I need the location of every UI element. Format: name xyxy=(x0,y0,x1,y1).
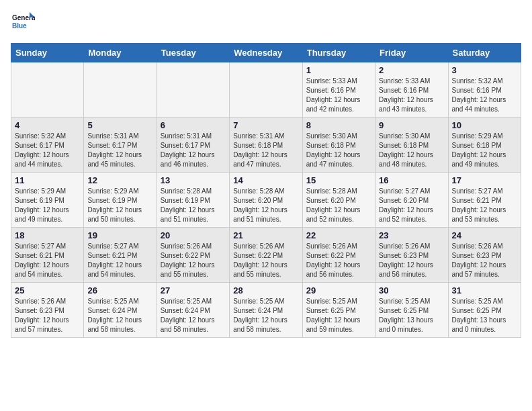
day-info: Sunrise: 5:25 AM Sunset: 6:25 PM Dayligh… xyxy=(306,297,371,334)
day-number: 22 xyxy=(306,230,371,240)
column-header-friday: Friday xyxy=(375,44,448,62)
day-info: Sunrise: 5:33 AM Sunset: 6:16 PM Dayligh… xyxy=(306,77,371,114)
calendar-cell xyxy=(84,62,157,118)
day-number: 23 xyxy=(379,230,444,240)
day-number: 31 xyxy=(452,285,517,295)
logo: General Blue xyxy=(11,11,35,35)
calendar-cell xyxy=(230,62,302,118)
day-number: 21 xyxy=(233,230,298,240)
column-header-saturday: Saturday xyxy=(448,44,521,62)
day-number: 19 xyxy=(87,230,152,240)
calendar-cell: 25Sunrise: 5:26 AM Sunset: 6:23 PM Dayli… xyxy=(11,283,84,338)
day-number: 10 xyxy=(452,120,517,130)
calendar-cell xyxy=(11,62,84,118)
day-number: 3 xyxy=(452,65,517,75)
day-info: Sunrise: 5:29 AM Sunset: 6:18 PM Dayligh… xyxy=(452,132,517,169)
calendar-cell: 9Sunrise: 5:30 AM Sunset: 6:18 PM Daylig… xyxy=(375,118,448,173)
calendar-cell: 8Sunrise: 5:30 AM Sunset: 6:18 PM Daylig… xyxy=(302,118,375,173)
calendar-cell: 30Sunrise: 5:25 AM Sunset: 6:25 PM Dayli… xyxy=(375,283,448,338)
day-number: 2 xyxy=(379,65,444,75)
calendar-cell: 1Sunrise: 5:33 AM Sunset: 6:16 PM Daylig… xyxy=(302,62,375,118)
day-info: Sunrise: 5:27 AM Sunset: 6:21 PM Dayligh… xyxy=(87,242,152,279)
column-header-sunday: Sunday xyxy=(11,44,84,62)
day-info: Sunrise: 5:28 AM Sunset: 6:20 PM Dayligh… xyxy=(233,187,298,224)
day-number: 29 xyxy=(306,285,371,295)
day-info: Sunrise: 5:30 AM Sunset: 6:18 PM Dayligh… xyxy=(379,132,444,169)
day-number: 30 xyxy=(379,285,444,295)
calendar-cell xyxy=(157,62,229,118)
logo-container: General Blue xyxy=(11,11,35,35)
calendar-cell: 23Sunrise: 5:26 AM Sunset: 6:23 PM Dayli… xyxy=(375,228,448,283)
day-info: Sunrise: 5:25 AM Sunset: 6:24 PM Dayligh… xyxy=(233,297,298,334)
day-number: 25 xyxy=(15,285,80,295)
day-info: Sunrise: 5:32 AM Sunset: 6:16 PM Dayligh… xyxy=(452,77,517,114)
page-header: General Blue xyxy=(11,11,521,35)
day-number: 26 xyxy=(87,285,152,295)
day-info: Sunrise: 5:25 AM Sunset: 6:25 PM Dayligh… xyxy=(452,297,517,334)
calendar-cell: 11Sunrise: 5:29 AM Sunset: 6:19 PM Dayli… xyxy=(11,173,84,228)
day-number: 9 xyxy=(379,120,444,130)
day-info: Sunrise: 5:31 AM Sunset: 6:18 PM Dayligh… xyxy=(233,132,298,169)
day-number: 6 xyxy=(161,120,226,130)
calendar-cell: 5Sunrise: 5:31 AM Sunset: 6:17 PM Daylig… xyxy=(84,118,157,173)
day-number: 18 xyxy=(15,230,80,240)
calendar-header-row: SundayMondayTuesdayWednesdayThursdayFrid… xyxy=(11,44,521,62)
calendar-cell: 20Sunrise: 5:26 AM Sunset: 6:22 PM Dayli… xyxy=(157,228,229,283)
calendar-week-row: 11Sunrise: 5:29 AM Sunset: 6:19 PM Dayli… xyxy=(11,173,521,228)
calendar-cell: 24Sunrise: 5:26 AM Sunset: 6:23 PM Dayli… xyxy=(448,228,521,283)
day-info: Sunrise: 5:25 AM Sunset: 6:25 PM Dayligh… xyxy=(379,297,444,334)
day-number: 16 xyxy=(379,175,444,185)
calendar-cell: 18Sunrise: 5:27 AM Sunset: 6:21 PM Dayli… xyxy=(11,228,84,283)
day-info: Sunrise: 5:26 AM Sunset: 6:23 PM Dayligh… xyxy=(379,242,444,279)
day-info: Sunrise: 5:27 AM Sunset: 6:21 PM Dayligh… xyxy=(15,242,80,279)
calendar-cell: 15Sunrise: 5:28 AM Sunset: 6:20 PM Dayli… xyxy=(302,173,375,228)
svg-text:Blue: Blue xyxy=(12,22,27,30)
day-number: 1 xyxy=(306,65,371,75)
day-info: Sunrise: 5:26 AM Sunset: 6:22 PM Dayligh… xyxy=(161,242,226,279)
day-number: 12 xyxy=(87,175,152,185)
calendar-cell: 2Sunrise: 5:33 AM Sunset: 6:16 PM Daylig… xyxy=(375,62,448,118)
calendar-cell: 14Sunrise: 5:28 AM Sunset: 6:20 PM Dayli… xyxy=(230,173,302,228)
day-info: Sunrise: 5:31 AM Sunset: 6:17 PM Dayligh… xyxy=(161,132,226,169)
column-header-monday: Monday xyxy=(84,44,157,62)
calendar-cell: 26Sunrise: 5:25 AM Sunset: 6:24 PM Dayli… xyxy=(84,283,157,338)
column-header-thursday: Thursday xyxy=(302,44,375,62)
calendar-cell: 12Sunrise: 5:29 AM Sunset: 6:19 PM Dayli… xyxy=(84,173,157,228)
day-number: 20 xyxy=(161,230,226,240)
calendar-cell: 3Sunrise: 5:32 AM Sunset: 6:16 PM Daylig… xyxy=(448,62,521,118)
day-number: 28 xyxy=(233,285,298,295)
calendar-cell: 4Sunrise: 5:32 AM Sunset: 6:17 PM Daylig… xyxy=(11,118,84,173)
calendar-week-row: 25Sunrise: 5:26 AM Sunset: 6:23 PM Dayli… xyxy=(11,283,521,338)
day-info: Sunrise: 5:29 AM Sunset: 6:19 PM Dayligh… xyxy=(15,187,80,224)
day-info: Sunrise: 5:31 AM Sunset: 6:17 PM Dayligh… xyxy=(87,132,152,169)
calendar-week-row: 18Sunrise: 5:27 AM Sunset: 6:21 PM Dayli… xyxy=(11,228,521,283)
logo-graphic: General Blue xyxy=(11,11,35,35)
day-number: 7 xyxy=(233,120,298,130)
day-number: 24 xyxy=(452,230,517,240)
calendar-cell: 16Sunrise: 5:27 AM Sunset: 6:20 PM Dayli… xyxy=(375,173,448,228)
calendar-cell: 19Sunrise: 5:27 AM Sunset: 6:21 PM Dayli… xyxy=(84,228,157,283)
calendar-cell: 22Sunrise: 5:26 AM Sunset: 6:22 PM Dayli… xyxy=(302,228,375,283)
day-number: 4 xyxy=(15,120,80,130)
day-info: Sunrise: 5:25 AM Sunset: 6:24 PM Dayligh… xyxy=(161,297,226,334)
calendar-cell: 6Sunrise: 5:31 AM Sunset: 6:17 PM Daylig… xyxy=(157,118,229,173)
day-info: Sunrise: 5:30 AM Sunset: 6:18 PM Dayligh… xyxy=(306,132,371,169)
day-number: 27 xyxy=(161,285,226,295)
day-number: 15 xyxy=(306,175,371,185)
calendar-week-row: 4Sunrise: 5:32 AM Sunset: 6:17 PM Daylig… xyxy=(11,118,521,173)
calendar-cell: 7Sunrise: 5:31 AM Sunset: 6:18 PM Daylig… xyxy=(230,118,302,173)
calendar-cell: 31Sunrise: 5:25 AM Sunset: 6:25 PM Dayli… xyxy=(448,283,521,338)
column-header-tuesday: Tuesday xyxy=(157,44,229,62)
day-info: Sunrise: 5:33 AM Sunset: 6:16 PM Dayligh… xyxy=(379,77,444,114)
day-info: Sunrise: 5:28 AM Sunset: 6:20 PM Dayligh… xyxy=(306,187,371,224)
calendar-cell: 27Sunrise: 5:25 AM Sunset: 6:24 PM Dayli… xyxy=(157,283,229,338)
day-info: Sunrise: 5:29 AM Sunset: 6:19 PM Dayligh… xyxy=(87,187,152,224)
day-number: 17 xyxy=(452,175,517,185)
column-header-wednesday: Wednesday xyxy=(230,44,302,62)
day-number: 5 xyxy=(87,120,152,130)
day-info: Sunrise: 5:28 AM Sunset: 6:19 PM Dayligh… xyxy=(161,187,226,224)
day-info: Sunrise: 5:25 AM Sunset: 6:24 PM Dayligh… xyxy=(87,297,152,334)
calendar-week-row: 1Sunrise: 5:33 AM Sunset: 6:16 PM Daylig… xyxy=(11,62,521,118)
calendar-cell: 17Sunrise: 5:27 AM Sunset: 6:21 PM Dayli… xyxy=(448,173,521,228)
day-info: Sunrise: 5:27 AM Sunset: 6:20 PM Dayligh… xyxy=(379,187,444,224)
